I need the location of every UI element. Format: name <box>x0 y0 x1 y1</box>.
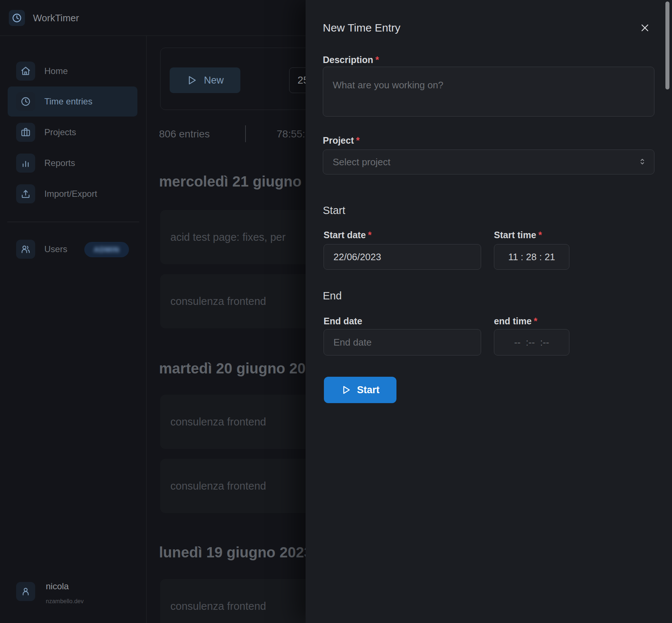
project-label: Project* <box>323 135 360 146</box>
sidebar-item-label: Time entries <box>44 96 92 107</box>
play-icon <box>186 75 197 86</box>
required-asterisk: * <box>538 230 542 240</box>
end-date-input[interactable] <box>324 329 481 355</box>
sidebar-item-home[interactable]: Home <box>8 56 137 86</box>
project-select[interactable]: Select project <box>323 150 654 174</box>
entry-description: acid test page: fixes, per <box>170 231 285 243</box>
app-logo <box>9 10 25 26</box>
panel-scrollbar-thumb[interactable] <box>665 1 669 89</box>
app-window: WorkTimer Home Time entries Projects <box>0 0 672 623</box>
sidebar-item-label: Home <box>44 66 68 76</box>
new-entry-button[interactable]: New <box>170 67 240 93</box>
new-time-entry-panel: New Time Entry Description* Project* Sel… <box>306 0 672 623</box>
user-avatar-icon <box>16 582 35 601</box>
project-select-placeholder: Select project <box>333 156 391 168</box>
sidebar-item-label: Import/Export <box>44 189 97 199</box>
clock-logo-icon <box>12 13 22 23</box>
close-icon <box>640 23 649 32</box>
start-date-input[interactable] <box>324 244 481 270</box>
close-panel-button[interactable] <box>638 21 652 35</box>
user-domain: nzambello.dev <box>46 598 84 605</box>
user-name: nicola <box>46 581 69 591</box>
admin-badge: ADMIN <box>84 242 129 257</box>
entries-count: 806 entries <box>159 128 210 141</box>
entry-description: consulenza frontend <box>170 600 266 612</box>
description-label: Description* <box>323 54 379 65</box>
users-icon <box>16 240 35 259</box>
new-entry-label: New <box>204 75 224 86</box>
sidebar-item-label: Reports <box>44 158 75 168</box>
start-section-heading: Start <box>323 204 345 217</box>
start-button-label: Start <box>357 384 380 396</box>
current-user-block[interactable]: nicola nzambello.dev <box>0 579 147 623</box>
play-icon <box>341 385 351 395</box>
clock-icon <box>16 92 35 111</box>
home-icon <box>16 62 35 81</box>
total-time: 78:55: <box>277 128 305 141</box>
sidebar-item-time-entries[interactable]: Time entries <box>8 86 137 117</box>
entry-description: consulenza frontend <box>170 295 266 307</box>
sidebar-item-reports[interactable]: Reports <box>8 148 137 178</box>
sidebar-item-label: Users <box>44 244 67 254</box>
start-timer-button[interactable]: Start <box>324 377 396 403</box>
end-date-label: End date <box>324 316 362 327</box>
end-time-input[interactable] <box>494 329 569 355</box>
required-asterisk: * <box>376 55 379 65</box>
panel-title: New Time Entry <box>323 21 400 34</box>
sidebar-item-label: Projects <box>44 127 76 137</box>
required-asterisk: * <box>356 135 360 145</box>
required-asterisk: * <box>368 230 372 240</box>
app-title: WorkTimer <box>33 0 79 36</box>
end-section-heading: End <box>323 290 342 302</box>
stats-divider <box>245 125 246 142</box>
start-date-label: Start date* <box>324 229 372 240</box>
admin-badge-text: ADMIN <box>94 246 120 254</box>
sidebar-item-import-export[interactable]: Import/Export <box>8 179 137 209</box>
bar-chart-icon <box>16 154 35 173</box>
chevrons-up-down-icon <box>638 158 646 166</box>
start-time-input[interactable] <box>494 244 569 270</box>
upload-icon <box>16 184 35 203</box>
briefcase-icon <box>16 123 35 142</box>
required-asterisk: * <box>534 316 538 326</box>
sidebar-item-projects[interactable]: Projects <box>8 117 137 147</box>
sidebar: Home Time entries Projects Reports Impor <box>0 36 147 623</box>
sidebar-divider <box>7 222 139 222</box>
start-time-label: Start time* <box>494 229 542 240</box>
entry-description: consulenza frontend <box>170 416 266 428</box>
description-input[interactable] <box>323 67 654 117</box>
entry-description: consulenza frontend <box>170 480 266 492</box>
end-time-label: end time* <box>494 316 538 327</box>
